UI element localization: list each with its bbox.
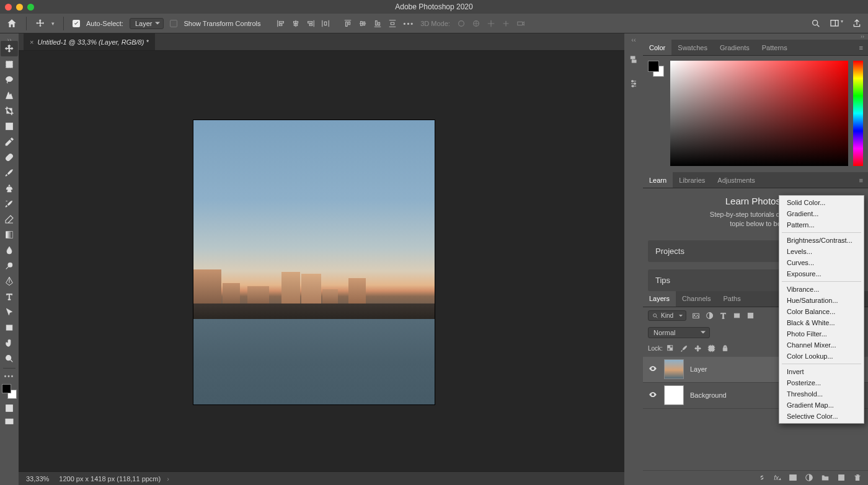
- eyedropper-tool[interactable]: [1, 134, 18, 149]
- gradient-tool[interactable]: [1, 227, 18, 242]
- layer-thumbnail[interactable]: [664, 385, 684, 405]
- move-tool[interactable]: [1, 41, 18, 56]
- filter-pixel-icon[interactable]: [691, 312, 700, 320]
- blend-mode-dropdown[interactable]: Normal: [648, 327, 710, 338]
- tab-color[interactable]: Color: [643, 40, 671, 55]
- type-tool[interactable]: [1, 289, 18, 304]
- lock-transparency-icon[interactable]: [666, 344, 675, 353]
- foreground-swatch[interactable]: [2, 384, 11, 393]
- lock-all-icon[interactable]: [721, 344, 730, 353]
- lock-artboard-icon[interactable]: [707, 344, 716, 353]
- menu-item[interactable]: Gradient Map...: [779, 400, 864, 411]
- menu-item[interactable]: Hue/Saturation...: [779, 295, 864, 306]
- hue-strip[interactable]: [853, 61, 863, 166]
- home-icon[interactable]: [6, 18, 17, 29]
- panel-fg-swatch[interactable]: [648, 61, 659, 72]
- layer-mask-icon[interactable]: [789, 473, 797, 483]
- auto-select-dropdown[interactable]: Layer: [130, 18, 164, 29]
- color-swatches[interactable]: [2, 384, 17, 399]
- tab-channels[interactable]: Channels: [676, 291, 717, 307]
- align-top-icon[interactable]: [343, 19, 353, 28]
- tab-gradients[interactable]: Gradients: [714, 40, 756, 55]
- align-middle-icon[interactable]: [358, 19, 368, 28]
- move-tool-icon[interactable]: [35, 19, 45, 28]
- pen-tool[interactable]: [1, 273, 18, 289]
- lock-brush-icon[interactable]: [680, 344, 689, 353]
- healing-tool[interactable]: [1, 149, 18, 165]
- menu-item[interactable]: Invert: [779, 366, 864, 377]
- tab-learn[interactable]: Learn: [643, 172, 673, 188]
- history-brush-tool[interactable]: [1, 196, 18, 211]
- menu-item[interactable]: Exposure...: [779, 268, 864, 279]
- filter-type-icon[interactable]: [719, 312, 727, 320]
- menu-item[interactable]: Photo Filter...: [779, 328, 864, 339]
- menu-item[interactable]: Black & White...: [779, 317, 864, 328]
- align-left-icon[interactable]: [276, 19, 286, 28]
- document-tab[interactable]: × Untitled-1 @ 33,3% (Layer, RGB/8) *: [24, 33, 155, 50]
- crop-tool[interactable]: [1, 103, 18, 118]
- lock-position-icon[interactable]: [694, 344, 702, 353]
- distribute-v-icon[interactable]: [388, 19, 397, 28]
- lasso-tool[interactable]: [1, 72, 18, 87]
- adjustment-layer-icon[interactable]: [805, 473, 813, 483]
- auto-select-checkbox[interactable]: [73, 20, 80, 27]
- close-window-button[interactable]: [5, 4, 12, 11]
- expand-strip-icon[interactable]: ‹‹: [624, 36, 643, 42]
- menu-item[interactable]: Levels...: [779, 246, 864, 257]
- filter-shape-icon[interactable]: [732, 312, 741, 320]
- delete-layer-icon[interactable]: [853, 473, 862, 483]
- tab-patterns[interactable]: Patterns: [756, 40, 794, 55]
- visibility-icon[interactable]: [648, 390, 658, 400]
- layer-fx-icon[interactable]: fx▴: [774, 474, 781, 481]
- filter-smart-icon[interactable]: [746, 312, 755, 320]
- zoom-level[interactable]: 33,33%: [26, 475, 49, 483]
- history-panel-icon[interactable]: [628, 55, 639, 66]
- quickmask-icon[interactable]: [1, 403, 18, 414]
- layer-name[interactable]: Layer: [690, 365, 707, 373]
- screenmode-icon[interactable]: [1, 416, 18, 427]
- menu-item[interactable]: Brightness/Contrast...: [779, 235, 864, 246]
- blur-tool[interactable]: [1, 242, 18, 258]
- menu-item[interactable]: Vibrance...: [779, 284, 864, 295]
- marquee-tool[interactable]: [1, 56, 18, 72]
- canvas-image[interactable]: [193, 120, 435, 404]
- menu-item[interactable]: Pattern...: [779, 219, 864, 230]
- menu-item[interactable]: Threshold...: [779, 388, 864, 400]
- tab-adjustments[interactable]: Adjustments: [711, 172, 761, 188]
- show-transform-checkbox[interactable]: [170, 20, 177, 27]
- search-icon[interactable]: [811, 19, 821, 28]
- panel-color-swatches[interactable]: [648, 61, 665, 78]
- menu-item[interactable]: Selective Color...: [779, 411, 864, 422]
- collapse-tools-icon[interactable]: ››: [0, 36, 19, 41]
- doc-info[interactable]: 1200 px x 1418 px (118,11 ppcm): [59, 475, 169, 483]
- group-icon[interactable]: [821, 473, 830, 483]
- properties-panel-icon[interactable]: [628, 78, 639, 89]
- clone-stamp-tool[interactable]: [1, 180, 18, 196]
- more-options-icon[interactable]: •••: [404, 20, 415, 27]
- share-icon[interactable]: [852, 19, 862, 28]
- dodge-tool[interactable]: [1, 258, 18, 273]
- minimize-window-button[interactable]: [16, 4, 23, 11]
- eraser-tool[interactable]: [1, 211, 18, 227]
- menu-item[interactable]: Color Lookup...: [779, 351, 864, 362]
- color-panel-menu-icon[interactable]: ≡: [854, 40, 868, 55]
- align-center-h-icon[interactable]: [291, 19, 301, 28]
- quick-select-tool[interactable]: [1, 87, 18, 103]
- menu-item[interactable]: Posterize...: [779, 377, 864, 388]
- menu-item[interactable]: Channel Mixer...: [779, 339, 864, 351]
- brush-tool[interactable]: [1, 165, 18, 180]
- layer-thumbnail[interactable]: [664, 359, 684, 379]
- new-layer-icon[interactable]: [837, 473, 846, 483]
- menu-item[interactable]: Gradient...: [779, 208, 864, 219]
- tab-layers[interactable]: Layers: [643, 291, 676, 307]
- menu-item[interactable]: Color Balance...: [779, 306, 864, 317]
- edit-toolbar-icon[interactable]: •••: [1, 370, 18, 382]
- learn-panel-menu-icon[interactable]: ≡: [854, 172, 868, 188]
- tab-paths[interactable]: Paths: [717, 291, 747, 307]
- filter-kind-dropdown[interactable]: Kind: [648, 310, 686, 321]
- close-tab-icon[interactable]: ×: [30, 38, 33, 46]
- zoom-tool[interactable]: [1, 351, 18, 366]
- align-bottom-icon[interactable]: [373, 19, 383, 28]
- filter-adjust-icon[interactable]: [705, 312, 714, 320]
- tab-swatches[interactable]: Swatches: [671, 40, 714, 55]
